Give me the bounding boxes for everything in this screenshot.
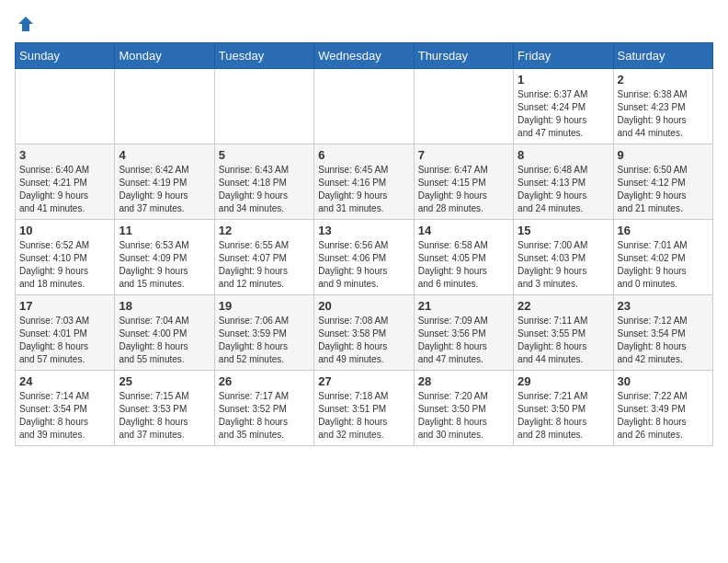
day-info: Sunrise: 6:58 AM Sunset: 4:05 PM Dayligh… — [418, 239, 509, 291]
day-info: Sunrise: 6:50 AM Sunset: 4:12 PM Dayligh… — [618, 164, 709, 215]
day-info: Sunrise: 7:15 AM Sunset: 3:53 PM Dayligh… — [119, 390, 210, 442]
day-info: Sunrise: 7:01 AM Sunset: 4:02 PM Dayligh… — [618, 239, 709, 291]
day-cell: 8Sunrise: 6:48 AM Sunset: 4:13 PM Daylig… — [514, 144, 613, 220]
day-cell: 22Sunrise: 7:11 AM Sunset: 3:55 PM Dayli… — [514, 295, 613, 371]
day-info: Sunrise: 7:18 AM Sunset: 3:51 PM Dayligh… — [318, 390, 409, 442]
day-info: Sunrise: 7:11 AM Sunset: 3:55 PM Dayligh… — [518, 315, 609, 366]
day-cell: 28Sunrise: 7:20 AM Sunset: 3:50 PM Dayli… — [414, 371, 513, 446]
day-cell: 19Sunrise: 7:06 AM Sunset: 3:59 PM Dayli… — [214, 295, 313, 371]
day-number: 16 — [618, 224, 709, 237]
calendar-header-row: SundayMondayTuesdayWednesdayThursdayFrid… — [16, 43, 713, 69]
day-cell: 3Sunrise: 6:40 AM Sunset: 4:21 PM Daylig… — [16, 144, 115, 220]
day-number: 23 — [618, 299, 709, 313]
day-cell: 25Sunrise: 7:15 AM Sunset: 3:53 PM Dayli… — [115, 371, 214, 446]
day-info: Sunrise: 7:14 AM Sunset: 3:54 PM Dayligh… — [19, 390, 110, 442]
logo — [15, 15, 35, 33]
day-number: 8 — [518, 148, 609, 162]
header-sunday: Sunday — [16, 43, 115, 69]
day-number: 27 — [318, 374, 409, 388]
day-cell: 6Sunrise: 6:45 AM Sunset: 4:16 PM Daylig… — [314, 144, 414, 220]
day-number: 13 — [318, 224, 409, 237]
day-info: Sunrise: 6:56 AM Sunset: 4:06 PM Dayligh… — [318, 239, 409, 291]
day-cell: 27Sunrise: 7:18 AM Sunset: 3:51 PM Dayli… — [314, 371, 414, 446]
day-number: 21 — [418, 299, 509, 313]
day-info: Sunrise: 6:52 AM Sunset: 4:10 PM Dayligh… — [19, 239, 110, 291]
day-info: Sunrise: 7:00 AM Sunset: 4:03 PM Dayligh… — [518, 239, 609, 291]
day-number: 10 — [19, 224, 110, 237]
day-info: Sunrise: 7:08 AM Sunset: 3:58 PM Dayligh… — [318, 315, 409, 366]
day-number: 28 — [418, 374, 509, 388]
day-cell: 16Sunrise: 7:01 AM Sunset: 4:02 PM Dayli… — [613, 220, 712, 295]
day-cell: 5Sunrise: 6:43 AM Sunset: 4:18 PM Daylig… — [214, 144, 313, 220]
day-number: 15 — [518, 224, 609, 237]
day-cell: 15Sunrise: 7:00 AM Sunset: 4:03 PM Dayli… — [514, 220, 613, 295]
svg-marker-0 — [18, 17, 33, 31]
week-row-4: 24Sunrise: 7:14 AM Sunset: 3:54 PM Dayli… — [16, 371, 713, 446]
calendar: SundayMondayTuesdayWednesdayThursdayFrid… — [15, 42, 713, 446]
day-cell: 9Sunrise: 6:50 AM Sunset: 4:12 PM Daylig… — [613, 144, 712, 220]
day-cell: 14Sunrise: 6:58 AM Sunset: 4:05 PM Dayli… — [414, 220, 513, 295]
day-info: Sunrise: 7:20 AM Sunset: 3:50 PM Dayligh… — [418, 390, 509, 442]
day-info: Sunrise: 7:04 AM Sunset: 4:00 PM Dayligh… — [119, 315, 210, 366]
day-cell: 23Sunrise: 7:12 AM Sunset: 3:54 PM Dayli… — [613, 295, 712, 371]
day-number: 2 — [618, 73, 709, 86]
day-cell — [115, 69, 214, 144]
day-cell — [314, 69, 414, 144]
day-cell: 29Sunrise: 7:21 AM Sunset: 3:50 PM Dayli… — [514, 371, 613, 446]
day-cell: 11Sunrise: 6:53 AM Sunset: 4:09 PM Dayli… — [115, 220, 214, 295]
day-info: Sunrise: 6:47 AM Sunset: 4:15 PM Dayligh… — [418, 164, 509, 215]
day-number: 20 — [318, 299, 409, 313]
day-cell: 1Sunrise: 6:37 AM Sunset: 4:24 PM Daylig… — [514, 69, 613, 144]
day-number: 19 — [219, 299, 310, 313]
day-number: 3 — [19, 148, 110, 162]
week-row-1: 3Sunrise: 6:40 AM Sunset: 4:21 PM Daylig… — [16, 144, 713, 220]
day-number: 5 — [219, 148, 310, 162]
day-info: Sunrise: 7:09 AM Sunset: 3:56 PM Dayligh… — [418, 315, 509, 366]
day-info: Sunrise: 6:43 AM Sunset: 4:18 PM Dayligh… — [219, 164, 310, 215]
week-row-3: 17Sunrise: 7:03 AM Sunset: 4:01 PM Dayli… — [16, 295, 713, 371]
day-number: 4 — [119, 148, 210, 162]
week-row-0: 1Sunrise: 6:37 AM Sunset: 4:24 PM Daylig… — [16, 69, 713, 144]
day-number: 26 — [219, 374, 310, 388]
day-number: 7 — [418, 148, 509, 162]
day-cell: 10Sunrise: 6:52 AM Sunset: 4:10 PM Dayli… — [16, 220, 115, 295]
week-row-2: 10Sunrise: 6:52 AM Sunset: 4:10 PM Dayli… — [16, 220, 713, 295]
day-cell — [414, 69, 513, 144]
day-number: 9 — [618, 148, 709, 162]
day-info: Sunrise: 6:53 AM Sunset: 4:09 PM Dayligh… — [119, 239, 210, 291]
day-cell: 13Sunrise: 6:56 AM Sunset: 4:06 PM Dayli… — [314, 220, 414, 295]
header-friday: Friday — [514, 43, 613, 69]
day-number: 24 — [19, 374, 110, 388]
day-cell — [214, 69, 313, 144]
header-monday: Monday — [115, 43, 214, 69]
day-info: Sunrise: 6:45 AM Sunset: 4:16 PM Dayligh… — [318, 164, 409, 215]
day-cell: 18Sunrise: 7:04 AM Sunset: 4:00 PM Dayli… — [115, 295, 214, 371]
day-info: Sunrise: 7:12 AM Sunset: 3:54 PM Dayligh… — [618, 315, 709, 366]
day-number: 12 — [219, 224, 310, 237]
day-number: 30 — [618, 374, 709, 388]
day-cell: 20Sunrise: 7:08 AM Sunset: 3:58 PM Dayli… — [314, 295, 414, 371]
header-saturday: Saturday — [613, 43, 712, 69]
day-cell: 21Sunrise: 7:09 AM Sunset: 3:56 PM Dayli… — [414, 295, 513, 371]
day-info: Sunrise: 6:37 AM Sunset: 4:24 PM Dayligh… — [518, 88, 609, 140]
header-thursday: Thursday — [414, 43, 513, 69]
day-cell: 2Sunrise: 6:38 AM Sunset: 4:23 PM Daylig… — [613, 69, 712, 144]
day-info: Sunrise: 6:55 AM Sunset: 4:07 PM Dayligh… — [219, 239, 310, 291]
day-info: Sunrise: 7:22 AM Sunset: 3:49 PM Dayligh… — [618, 390, 709, 442]
day-info: Sunrise: 6:38 AM Sunset: 4:23 PM Dayligh… — [618, 88, 709, 140]
day-info: Sunrise: 6:42 AM Sunset: 4:19 PM Dayligh… — [119, 164, 210, 215]
day-number: 25 — [119, 374, 210, 388]
day-number: 6 — [318, 148, 409, 162]
day-cell: 7Sunrise: 6:47 AM Sunset: 4:15 PM Daylig… — [414, 144, 513, 220]
day-cell: 17Sunrise: 7:03 AM Sunset: 4:01 PM Dayli… — [16, 295, 115, 371]
day-number: 11 — [119, 224, 210, 237]
day-cell: 26Sunrise: 7:17 AM Sunset: 3:52 PM Dayli… — [214, 371, 313, 446]
day-info: Sunrise: 7:17 AM Sunset: 3:52 PM Dayligh… — [219, 390, 310, 442]
day-info: Sunrise: 7:21 AM Sunset: 3:50 PM Dayligh… — [518, 390, 609, 442]
day-info: Sunrise: 6:48 AM Sunset: 4:13 PM Dayligh… — [518, 164, 609, 215]
header-tuesday: Tuesday — [214, 43, 313, 69]
day-number: 29 — [518, 374, 609, 388]
day-number: 14 — [418, 224, 509, 237]
logo-icon — [17, 15, 35, 33]
day-cell: 4Sunrise: 6:42 AM Sunset: 4:19 PM Daylig… — [115, 144, 214, 220]
